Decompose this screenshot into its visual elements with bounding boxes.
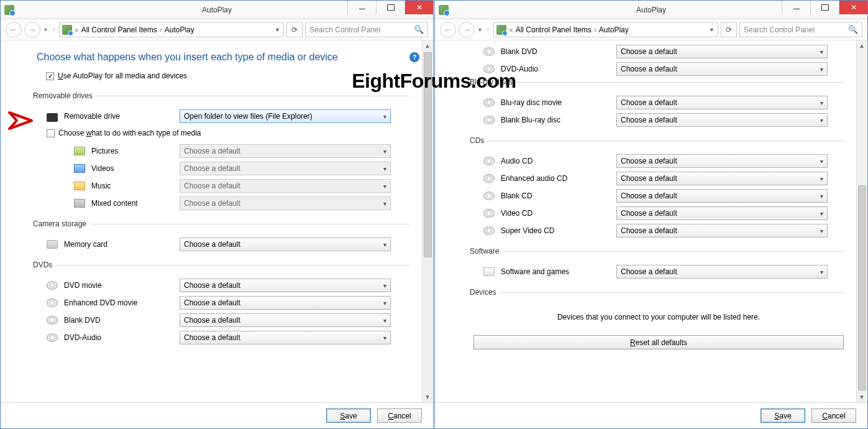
help-icon[interactable]: ? xyxy=(409,52,419,62)
scrollbar-thumb[interactable] xyxy=(424,52,432,257)
row-blank-bd: Blank Blu-ray disc Choose a default▾ xyxy=(473,111,844,129)
mixed-content-label: Mixed content xyxy=(91,199,180,208)
close-button[interactable] xyxy=(839,1,867,14)
breadcrumb-current[interactable]: AutoPlay xyxy=(165,25,194,34)
scrollbar-thumb[interactable] xyxy=(858,185,866,390)
row-pictures: Pictures Choose a default▾ xyxy=(37,142,409,160)
videos-select: Choose a default▾ xyxy=(180,162,391,175)
save-button[interactable]: Save xyxy=(326,408,371,423)
breadcrumb[interactable]: « All Control Panel Items › AutoPlay ▾ xyxy=(59,22,284,37)
breadcrumb-current[interactable]: AutoPlay xyxy=(599,25,629,34)
enhanced-cd-select[interactable]: Choose a default▾ xyxy=(616,172,828,185)
dvd-audio-label: DVD-Audio xyxy=(501,65,616,73)
blank-cd-label: Blank CD xyxy=(501,191,616,200)
chevron-right-icon: › xyxy=(158,25,163,34)
row-memory-card: Memory card Choose a default▾ xyxy=(37,236,409,253)
breadcrumb-dropdown[interactable]: ▾ xyxy=(273,26,281,33)
scroll-up-button[interactable]: ▲ xyxy=(423,40,432,51)
nav-row: ← → ▾ ↑ « All Control Panel Items › Auto… xyxy=(435,19,867,40)
cancel-button[interactable]: Cancel xyxy=(377,408,422,423)
minimize-button[interactable] xyxy=(347,1,376,14)
svcd-select[interactable]: Choose a default▾ xyxy=(616,224,828,238)
scrollbar[interactable]: ▲ ▼ xyxy=(856,40,867,402)
chevron-right-icon: › xyxy=(593,25,598,34)
nav-back-button[interactable]: ← xyxy=(440,22,456,38)
row-dvd-movie: DVD movie Choose a default▾ xyxy=(37,277,409,294)
scroll-down-button[interactable]: ▼ xyxy=(423,392,432,402)
blank-dvd-select[interactable]: Choose a default▾ xyxy=(616,45,828,58)
content-area: Choose what happens when you insert each… xyxy=(1,40,433,402)
nav-forward-button[interactable]: → xyxy=(24,22,40,38)
breadcrumb-overflow-icon[interactable]: « xyxy=(73,25,80,34)
breadcrumb-dropdown[interactable]: ▾ xyxy=(708,26,715,33)
row-enhanced-cd: Enhanced audio CD Choose a default▾ xyxy=(473,170,844,187)
dvd-icon xyxy=(47,281,58,290)
row-enhanced-dvd: Enhanced DVD movie Choose a default▾ xyxy=(37,294,409,311)
audio-cd-select[interactable]: Choose a default▾ xyxy=(616,154,828,168)
breadcrumb-parent[interactable]: All Control Panel Items xyxy=(81,25,157,34)
reset-defaults-button[interactable]: Reset all defaults xyxy=(473,335,844,349)
memory-card-select[interactable]: Choose a default▾ xyxy=(180,238,391,251)
blank-bd-select[interactable]: Choose a default▾ xyxy=(616,113,828,127)
nav-up-button[interactable]: ↑ xyxy=(485,26,491,33)
minimize-button[interactable] xyxy=(782,1,810,14)
nav-history-dropdown[interactable]: ▾ xyxy=(43,26,48,33)
group-removable-drives: Removable drives Removable drive Open fo… xyxy=(37,91,409,216)
cancel-button[interactable]: Cancel xyxy=(811,408,856,423)
breadcrumb[interactable]: « All Control Panel Items › AutoPlay ▾ xyxy=(493,22,718,37)
scrollbar[interactable]: ▲ ▼ xyxy=(422,40,432,402)
dvd-audio-select[interactable]: Choose a default▾ xyxy=(616,62,828,76)
choose-per-type-checkbox-row[interactable]: Choose what to do with each type of medi… xyxy=(37,129,409,137)
scroll-down-button[interactable]: ▼ xyxy=(857,392,867,402)
search-placeholder: Search Control Panel xyxy=(744,25,815,34)
group-software: Software Software and games Choose a def… xyxy=(473,247,844,284)
save-button[interactable]: Save xyxy=(761,408,805,423)
dvd-movie-select[interactable]: Choose a default▾ xyxy=(180,279,391,292)
titlebar[interactable]: AutoPlay xyxy=(1,1,433,19)
choose-per-type-checkbox[interactable] xyxy=(47,129,55,137)
caption-buttons xyxy=(347,1,433,14)
search-input[interactable]: Search Control Panel 🔍 xyxy=(305,22,428,37)
software-select[interactable]: Choose a default▾ xyxy=(616,265,828,279)
bd-movie-select[interactable]: Choose a default▾ xyxy=(616,96,828,109)
use-autoplay-checkbox[interactable] xyxy=(46,72,54,80)
bluray-icon xyxy=(483,116,495,124)
enhanced-cd-label: Enhanced audio CD xyxy=(501,174,616,183)
dvd-audio-select[interactable]: Choose a default▾ xyxy=(180,331,391,344)
cd-icon xyxy=(483,191,495,200)
group-cds-legend: CDs xyxy=(470,136,488,145)
dvd-audio-label: DVD-Audio xyxy=(64,333,180,342)
maximize-button[interactable] xyxy=(376,1,404,14)
refresh-button[interactable]: ⟳ xyxy=(721,22,737,37)
removable-drive-value: Open folder to view files (File Explorer… xyxy=(184,112,313,121)
devices-empty-msg: Devices that you connect to your compute… xyxy=(473,304,844,333)
blank-dvd-select[interactable]: Choose a default▾ xyxy=(180,313,391,327)
row-videos: Videos Choose a default▾ xyxy=(37,160,409,177)
close-button[interactable] xyxy=(404,1,433,14)
dvd-icon xyxy=(483,65,495,73)
maximize-button[interactable] xyxy=(810,1,839,14)
dvd-icon xyxy=(47,333,58,342)
cd-icon xyxy=(483,209,495,218)
row-removable-drive: Removable drive Open folder to view file… xyxy=(37,108,409,125)
removable-drive-select[interactable]: Open folder to view files (File Explorer… xyxy=(180,109,391,123)
titlebar[interactable]: AutoPlay xyxy=(435,1,867,19)
video-cd-select[interactable]: Choose a default▾ xyxy=(616,206,828,220)
refresh-button[interactable]: ⟳ xyxy=(286,22,303,37)
enhanced-dvd-select[interactable]: Choose a default▾ xyxy=(180,296,391,310)
videos-label: Videos xyxy=(91,164,180,173)
use-autoplay-checkbox-row[interactable]: Use AutoPlay for all media and devices xyxy=(12,72,419,80)
nav-up-button[interactable]: ↑ xyxy=(51,26,57,33)
nav-back-button[interactable]: ← xyxy=(6,22,22,38)
nav-history-dropdown[interactable]: ▾ xyxy=(477,26,483,33)
row-mixed: Mixed content Choose a default▾ xyxy=(37,195,409,212)
search-input[interactable]: Search Control Panel 🔍 xyxy=(739,22,862,37)
dvd-icon xyxy=(483,47,495,56)
blank-dvd-label: Blank DVD xyxy=(64,316,180,325)
nav-forward-button[interactable]: → xyxy=(459,22,475,38)
blank-cd-select[interactable]: Choose a default▾ xyxy=(616,189,828,203)
breadcrumb-parent[interactable]: All Control Panel Items xyxy=(516,25,592,34)
scroll-up-button[interactable]: ▲ xyxy=(857,40,867,51)
breadcrumb-overflow-icon[interactable]: « xyxy=(508,25,514,34)
group-bluray-legend: Blu-ray discs xyxy=(470,78,516,86)
